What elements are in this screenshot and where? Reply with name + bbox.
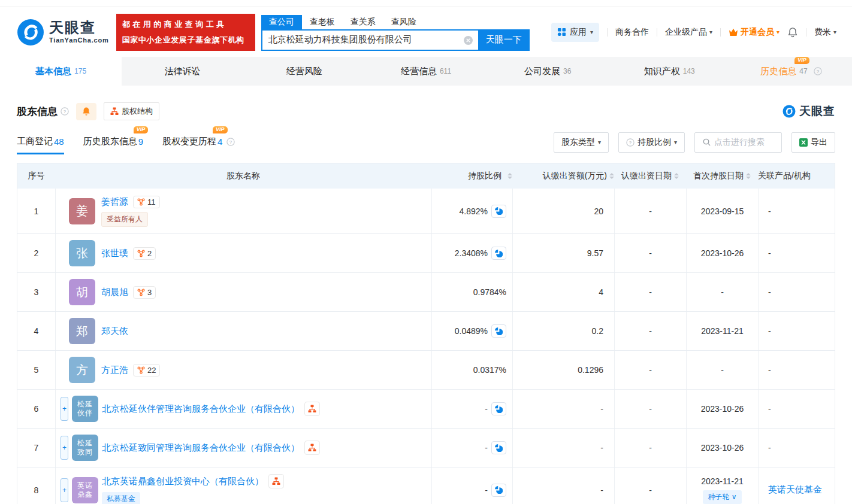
- shareholder-name-link[interactable]: 北京松延伙伴管理咨询服务合伙企业（有限合伙）: [102, 403, 300, 415]
- search-tab-查关系[interactable]: 查关系: [343, 15, 383, 29]
- avatar[interactable]: 英诺鼎鑫: [72, 477, 98, 503]
- chevron-down-icon: ▾: [777, 29, 780, 35]
- ratio-value: 0.0489%: [455, 326, 488, 336]
- equity-structure-icon-button[interactable]: [268, 474, 284, 488]
- table-row: 5方方正浩220.0317%0.1296---: [17, 351, 835, 390]
- sort-icon[interactable]: [674, 173, 679, 179]
- subscription-date-cell: -: [614, 351, 686, 389]
- shareholder-name-link[interactable]: 北京英诺鼎鑫创业投资中心（有限合伙）: [102, 476, 264, 487]
- main-content: 股东信息 ? 股权结构 天眼查 工商登记48历史股东信息VIP9股权变更历程VI…: [0, 102, 852, 504]
- column-label: 持股比例: [468, 171, 501, 181]
- notification-bell-icon[interactable]: [787, 27, 798, 38]
- tab-法律诉讼[interactable]: 法律诉讼: [122, 57, 243, 86]
- avatar[interactable]: 胡: [69, 279, 95, 305]
- pie-chart-icon-button[interactable]: [491, 441, 506, 454]
- pie-chart-icon-button[interactable]: [491, 484, 506, 497]
- monitor-bell-button[interactable]: [76, 103, 96, 120]
- tab-label: 经营风险: [286, 66, 322, 77]
- equity-relation-badge[interactable]: 3: [133, 286, 156, 299]
- avatar[interactable]: 松延伙伴: [72, 396, 98, 422]
- search-tab-查风险[interactable]: 查风险: [383, 15, 424, 29]
- help-icon[interactable]: ?: [814, 67, 822, 75]
- shareholder-name-link[interactable]: 张世璞: [101, 248, 128, 259]
- search-tab-查老板[interactable]: 查老板: [302, 15, 343, 29]
- equity-structure-icon-button[interactable]: [304, 402, 320, 416]
- shareholder-name-link[interactable]: 北京松延致同管理咨询服务合伙企业（有限合伙）: [102, 442, 300, 454]
- search-button[interactable]: 天眼一下: [478, 29, 530, 51]
- tab-经营风险[interactable]: 经营风险: [243, 57, 365, 86]
- column-header-股东名称: 股东名称: [55, 163, 431, 189]
- expand-row-button[interactable]: +: [61, 436, 68, 460]
- related-product-cell: -: [758, 189, 835, 233]
- relation-count: 2: [147, 249, 152, 258]
- equity-structure-icon-button[interactable]: [304, 441, 320, 455]
- tab-历史信息[interactable]: 历史信息VIP47?: [730, 57, 852, 86]
- funding-round-tag[interactable]: 种子轮 ∨: [703, 490, 741, 504]
- export-button[interactable]: 导出: [791, 132, 835, 153]
- apps-label: 应用: [570, 27, 587, 38]
- sort-icon[interactable]: [609, 173, 614, 179]
- shareholder-name-link[interactable]: 方正浩: [101, 365, 128, 376]
- divider: [607, 28, 608, 37]
- avatar[interactable]: 方: [69, 357, 95, 383]
- chevron-down-icon: ▾: [598, 139, 601, 145]
- tab-label: 历史信息: [760, 66, 796, 77]
- sort-icon[interactable]: [746, 173, 751, 179]
- pie-chart-icon-button[interactable]: [491, 247, 506, 260]
- shareholder-name-link[interactable]: 郑天依: [101, 326, 128, 337]
- clear-search-icon[interactable]: [463, 35, 473, 45]
- equity-relation-badge[interactable]: 11: [133, 196, 160, 208]
- search-tab-查公司[interactable]: 查公司: [261, 15, 302, 29]
- open-membership-button[interactable]: 开通会员 ▾: [729, 27, 780, 38]
- expand-row-button[interactable]: +: [61, 478, 68, 502]
- subtab-工商登记[interactable]: 工商登记48: [17, 136, 64, 154]
- subscription-date-cell: -: [614, 189, 686, 233]
- help-icon: ?: [626, 138, 635, 147]
- shareholder-tag[interactable]: 私募基金: [102, 492, 140, 504]
- tab-count: 611: [440, 67, 451, 75]
- pie-chart-icon-button[interactable]: [491, 324, 506, 338]
- chevron-down-icon: ▾: [590, 29, 593, 35]
- relation-count: 3: [147, 288, 152, 297]
- ratio-value: 2.3408%: [455, 248, 488, 258]
- avatar[interactable]: 松延致同: [72, 435, 98, 461]
- column-header-序号: 序号: [17, 163, 55, 189]
- pie-chart-icon-button[interactable]: [491, 402, 506, 415]
- avatar[interactable]: 姜: [69, 198, 95, 224]
- help-icon[interactable]: ?: [226, 138, 235, 146]
- row-seq: 5: [17, 351, 55, 389]
- tianyancha-logo-icon: [17, 19, 44, 46]
- table-search-input[interactable]: 点击进行搜索: [694, 132, 782, 153]
- ratio-filter[interactable]: ? 持股比例 ▾: [618, 132, 685, 153]
- watermark-label: 天眼查: [799, 104, 835, 119]
- nav-item-partner[interactable]: 商务合作: [615, 27, 649, 38]
- row-seq: 4: [17, 312, 55, 350]
- equity-structure-button[interactable]: 股权结构: [104, 102, 159, 120]
- equity-relation-badge[interactable]: 22: [133, 364, 160, 377]
- subtab-股权变更历程[interactable]: 股权变更历程VIP4?: [162, 136, 235, 154]
- avatar[interactable]: 郑: [69, 318, 95, 344]
- user-menu[interactable]: 费米 ▾: [814, 27, 836, 38]
- tab-经营信息[interactable]: 经营信息611: [365, 57, 487, 86]
- apps-menu-button[interactable]: 应用 ▾: [551, 23, 599, 42]
- avatar[interactable]: 张: [69, 240, 95, 266]
- tab-公司发展[interactable]: 公司发展36: [487, 57, 609, 86]
- search-input[interactable]: [261, 29, 478, 51]
- tab-基本信息[interactable]: 基本信息175: [0, 57, 122, 86]
- help-icon[interactable]: ?: [61, 107, 69, 116]
- first-holding-date-cell: -: [686, 351, 758, 389]
- shareholder-name-link[interactable]: 姜哲源: [101, 196, 128, 208]
- tianyancha-logo[interactable]: 天眼查 TianYanCha.com: [17, 19, 109, 46]
- shareholder-type-filter[interactable]: 股东类型 ▾: [554, 132, 609, 153]
- related-fund-link[interactable]: 英诺天使基金: [768, 484, 822, 496]
- tab-知识产权[interactable]: 知识产权143: [609, 57, 730, 86]
- equity-relation-badge[interactable]: 2: [133, 247, 156, 260]
- expand-row-button[interactable]: +: [61, 397, 68, 421]
- nav-item-enterprise[interactable]: 企业级产品 ▾: [665, 27, 712, 38]
- vip-badge: VIP: [794, 57, 809, 64]
- shareholder-name-link[interactable]: 胡晨旭: [101, 287, 128, 298]
- pie-chart-icon-button[interactable]: [491, 205, 506, 218]
- table-row: 8+英诺鼎鑫北京英诺鼎鑫创业投资中心（有限合伙）私募基金---2023-11-2…: [17, 467, 835, 504]
- subtab-历史股东信息[interactable]: 历史股东信息VIP9: [83, 136, 143, 154]
- sort-icon[interactable]: [507, 173, 512, 179]
